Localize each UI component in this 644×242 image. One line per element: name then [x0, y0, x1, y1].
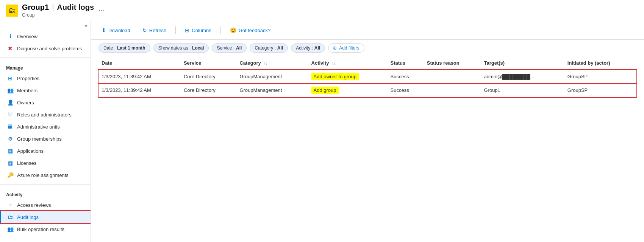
columns-icon: ⊞: [185, 27, 189, 33]
showdates-filter-value: Local: [192, 45, 204, 51]
sidebar-item-label: Bulk operation results: [17, 226, 64, 232]
sidebar-item-label: Members: [17, 88, 38, 93]
feedback-icon: 😊: [230, 27, 236, 33]
sidebar-item-access-reviews[interactable]: ≡ Access reviews: [0, 199, 91, 211]
cell-category: GroupManagement: [236, 70, 308, 84]
sidebar-item-label: Azure role assignments: [17, 172, 69, 178]
table-row[interactable]: 1/3/2023, 11:39:42 AMCore DirectoryGroup…: [98, 84, 636, 97]
col-activity[interactable]: Activity ↑↓: [308, 56, 388, 70]
roles-icon: 🛡: [7, 112, 13, 118]
sidebar-item-members[interactable]: 👥 Members: [0, 84, 91, 96]
sidebar-item-roles-admins[interactable]: 🛡 Roles and administrators: [0, 109, 91, 121]
audit-logs-icon: 🗂: [7, 214, 13, 220]
category-filter-label: Category :: [255, 45, 275, 51]
admin-units-icon: 🏛: [7, 124, 13, 130]
sidebar-divider-2: [0, 184, 91, 185]
sidebar-item-label: Audit logs: [17, 214, 39, 220]
cell-targets: Group1: [481, 84, 564, 97]
columns-label: Columns: [192, 28, 211, 33]
date-filter-label: Date :: [103, 45, 116, 51]
sidebar-item-properties[interactable]: ⊞ Properties: [0, 72, 91, 84]
col-status-reason: Status reason: [424, 56, 481, 70]
col-targets: Target(s): [481, 56, 564, 70]
col-service: Service: [181, 56, 236, 70]
cell-service: Core Directory: [181, 70, 236, 84]
sidebar-item-azure-role[interactable]: 🔑 Azure role assignments: [0, 169, 91, 181]
cell-date: 1/3/2023, 11:39:42 AM: [98, 84, 181, 97]
download-label: Download: [108, 28, 130, 33]
activity-filter-label: Activity :: [296, 45, 313, 51]
sidebar-item-overview[interactable]: ℹ Overview: [0, 30, 91, 42]
add-filters-label: Add filters: [339, 45, 359, 51]
collapse-button[interactable]: «: [0, 21, 91, 30]
refresh-label: Refresh: [149, 28, 167, 33]
sidebar-item-diagnose[interactable]: ✖ Diagnose and solve problems: [0, 42, 91, 54]
cell-status: Success: [388, 70, 424, 84]
sort-icon-activity: ↑↓: [332, 61, 336, 65]
sort-icon-category: ↑↓: [264, 61, 267, 65]
activity-highlight: Add owner to group: [311, 73, 359, 80]
cell-category: GroupManagement: [236, 84, 308, 97]
sidebar-item-bulk-operation[interactable]: 👥 Bulk operation results: [0, 223, 91, 235]
sidebar-item-label: Roles and administrators: [17, 112, 72, 118]
sidebar-item-audit-logs[interactable]: 🗂 Audit logs: [0, 211, 91, 223]
content-area: ⬇ Download ↻ Refresh ⊞ Columns 😊 Got fee…: [91, 21, 644, 242]
col-status: Status: [388, 56, 424, 70]
sidebar-item-group-memberships[interactable]: ⚙ Group memberships: [0, 133, 91, 145]
cell-status-reason: [424, 70, 481, 84]
download-icon: ⬇: [102, 27, 106, 33]
filters-bar: Date : Last 1 month Show dates as : Loca…: [91, 40, 644, 56]
header-subtitle: Group: [22, 12, 94, 18]
columns-button[interactable]: ⊞ Columns: [182, 26, 214, 35]
refresh-button[interactable]: ↻ Refresh: [139, 26, 170, 35]
properties-icon: ⊞: [7, 75, 13, 81]
audit-logs-title: Audit logs: [57, 3, 94, 12]
page-title: Group1 | Audit logs: [22, 3, 94, 12]
service-filter[interactable]: Service : All: [212, 43, 247, 53]
cell-activity: Add owner to group: [308, 70, 388, 84]
sidebar-item-label: Diagnose and solve problems: [17, 46, 82, 51]
showdates-filter[interactable]: Show dates as : Local: [153, 43, 209, 53]
activity-highlight: Add group: [311, 87, 339, 94]
sort-icon-date: ↓: [115, 61, 117, 65]
cell-service: Core Directory: [181, 84, 236, 97]
licenses-icon: ▦: [7, 160, 13, 166]
category-filter[interactable]: Category : All: [250, 43, 288, 53]
toolbar-separator: [175, 26, 176, 34]
date-filter[interactable]: Date : Last 1 month: [98, 43, 150, 53]
access-reviews-icon: ≡: [7, 202, 13, 208]
add-filters-button[interactable]: ⊕ Add filters: [328, 43, 364, 53]
table-row[interactable]: 1/3/2023, 11:39:42 AMCore DirectoryGroup…: [98, 70, 636, 84]
cell-targets: admin@████████...: [481, 70, 564, 84]
table-header: Date ↓ Service Category ↑↓ Activity ↑↓: [98, 56, 636, 70]
sidebar-item-applications[interactable]: ▦ Applications: [0, 145, 91, 157]
audit-table: Date ↓ Service Category ↑↓ Activity ↑↓: [98, 56, 636, 97]
members-icon: 👥: [7, 87, 13, 93]
download-button[interactable]: ⬇ Download: [98, 26, 133, 35]
toolbar-separator-2: [220, 26, 221, 34]
cell-date: 1/3/2023, 11:39:42 AM: [98, 70, 181, 84]
sidebar-item-owners[interactable]: 👤 Owners: [0, 96, 91, 109]
showdates-filter-label: Show dates as :: [158, 45, 191, 51]
sidebar-item-licenses[interactable]: ▦ Licenses: [0, 157, 91, 169]
main-layout: « ℹ Overview ✖ Diagnose and solve proble…: [0, 21, 644, 242]
col-initiated-by: Initiated by (actor): [564, 56, 636, 70]
sidebar-item-label: Overview: [17, 34, 38, 39]
group-name: Group1: [22, 3, 49, 12]
more-options-icon[interactable]: ···: [98, 6, 104, 14]
col-category[interactable]: Category ↑↓: [236, 56, 308, 70]
diagnose-icon: ✖: [7, 45, 13, 51]
cell-activity: Add group: [308, 84, 388, 97]
collapse-icon: «: [85, 23, 88, 28]
service-filter-value: All: [236, 45, 242, 51]
manage-section-label: Manage: [0, 61, 91, 72]
bulk-operation-icon: 👥: [7, 226, 13, 232]
activity-filter[interactable]: Activity : All: [291, 43, 325, 53]
col-date[interactable]: Date ↓: [98, 56, 181, 70]
refresh-icon: ↻: [142, 27, 147, 33]
activity-filter-value: All: [314, 45, 320, 51]
sidebar-item-label: Access reviews: [17, 202, 51, 208]
feedback-button[interactable]: 😊 Got feedback?: [227, 26, 274, 35]
sidebar-item-admin-units[interactable]: 🏛 Administrative units: [0, 121, 91, 133]
sidebar-divider: [0, 57, 91, 58]
